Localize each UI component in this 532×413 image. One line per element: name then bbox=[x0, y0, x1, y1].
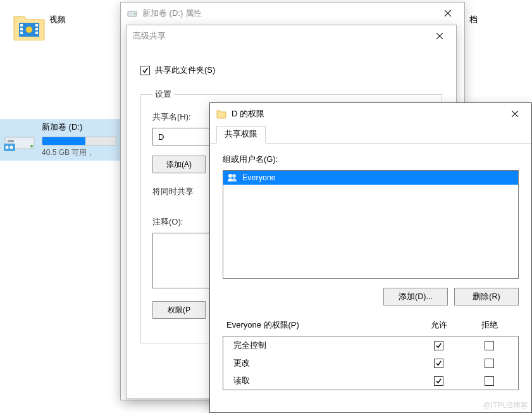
stray-text: 档 bbox=[469, 14, 478, 25]
close-icon bbox=[512, 111, 518, 117]
properties-titlebar[interactable]: 新加卷 (D:) 属性 bbox=[121, 3, 464, 24]
svg-point-10 bbox=[30, 145, 33, 147]
perm-row-label: 完全控制 bbox=[227, 340, 413, 351]
group-user-listbox[interactable]: Everyone bbox=[223, 170, 519, 279]
perm-for-label: Everyone 的权限(P) bbox=[226, 319, 414, 331]
share-folder-checkbox[interactable]: 共享此文件夹(S) bbox=[140, 65, 442, 76]
close-icon bbox=[436, 33, 443, 39]
list-item[interactable]: Everyone bbox=[223, 171, 518, 185]
share-folder-label: 共享此文件夹(S) bbox=[155, 65, 215, 76]
desktop-icon-label: 视频 bbox=[49, 14, 66, 25]
permissions-button[interactable]: 权限(P bbox=[152, 301, 206, 319]
add-button[interactable]: 添加(A) bbox=[152, 156, 206, 173]
settings-legend: 设置 bbox=[152, 89, 174, 100]
table-row: 完全控制 bbox=[223, 336, 518, 354]
svg-rect-9 bbox=[8, 140, 14, 142]
svg-point-17 bbox=[232, 174, 236, 178]
advshare-title: 高级共享 bbox=[133, 30, 427, 42]
checkbox-icon bbox=[140, 66, 150, 75]
watermark: @ITPUB博客 bbox=[483, 400, 528, 411]
deny-checkbox[interactable] bbox=[485, 376, 494, 386]
close-button[interactable] bbox=[502, 104, 528, 124]
perm-titlebar[interactable]: D 的权限 bbox=[210, 103, 531, 125]
svg-point-16 bbox=[228, 174, 232, 178]
desktop-icon-videos[interactable] bbox=[10, 13, 48, 40]
close-button[interactable] bbox=[435, 3, 461, 23]
deny-checkbox[interactable] bbox=[485, 341, 494, 350]
drive-icon bbox=[4, 125, 35, 155]
remove-user-button[interactable]: 删除(R) bbox=[454, 288, 519, 305]
permissions-dialog: D 的权限 共享权限 组或用户名(G): Everyone 添加(D)... 删… bbox=[209, 102, 532, 413]
folder-icon bbox=[216, 109, 226, 119]
deny-checkbox[interactable] bbox=[485, 359, 494, 368]
advshare-titlebar[interactable]: 高级共享 bbox=[127, 25, 456, 47]
folder-icon bbox=[13, 13, 46, 40]
svg-point-13 bbox=[10, 146, 13, 149]
svg-rect-5 bbox=[35, 28, 38, 30]
drive-list-item[interactable]: 新加卷 (D:) 40.5 GB 可用， bbox=[0, 119, 120, 161]
tab-share-permissions[interactable]: 共享权限 bbox=[216, 126, 266, 144]
svg-rect-3 bbox=[20, 32, 23, 34]
svg-rect-6 bbox=[35, 32, 38, 34]
perm-title: D 的权限 bbox=[232, 108, 502, 120]
drive-name: 新加卷 (D:) bbox=[42, 121, 116, 133]
properties-title: 新加卷 (D:) 属性 bbox=[142, 8, 435, 19]
drive-usage-bar bbox=[42, 137, 116, 145]
table-row: 更改 bbox=[223, 354, 518, 372]
close-button[interactable] bbox=[427, 26, 452, 46]
col-allow: 允许 bbox=[414, 319, 464, 331]
drive-subtext: 40.5 GB 可用， bbox=[42, 147, 116, 158]
allow-checkbox[interactable] bbox=[434, 376, 443, 386]
allow-checkbox[interactable] bbox=[434, 359, 443, 368]
svg-point-7 bbox=[26, 27, 32, 33]
svg-rect-2 bbox=[20, 28, 23, 30]
add-user-button[interactable]: 添加(D)... bbox=[383, 288, 448, 305]
list-item-label: Everyone bbox=[242, 173, 276, 182]
perm-row-label: 读取 bbox=[227, 375, 413, 386]
col-deny: 拒绝 bbox=[464, 319, 515, 331]
svg-point-12 bbox=[6, 146, 9, 149]
users-icon bbox=[227, 173, 237, 183]
perm-tabs: 共享权限 bbox=[210, 125, 531, 144]
perm-row-label: 更改 bbox=[227, 357, 413, 369]
svg-rect-1 bbox=[20, 24, 23, 27]
allow-checkbox[interactable] bbox=[434, 341, 443, 350]
close-icon bbox=[445, 10, 451, 16]
group-user-label: 组或用户名(G): bbox=[223, 154, 519, 165]
svg-rect-4 bbox=[35, 24, 38, 27]
table-row: 读取 bbox=[223, 372, 518, 390]
perm-table-header: Everyone 的权限(P) 允许 拒绝 bbox=[223, 319, 519, 336]
drive-icon bbox=[127, 8, 137, 18]
svg-point-15 bbox=[134, 13, 135, 15]
